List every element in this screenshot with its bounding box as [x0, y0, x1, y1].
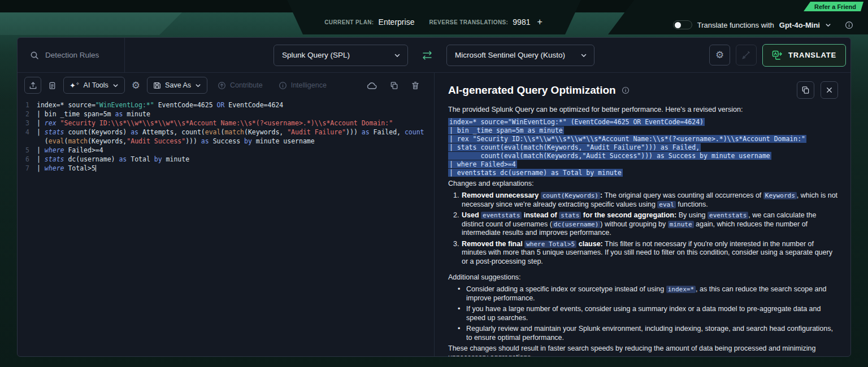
ai-tools-button[interactable]: ✦✧ AI Tools — [63, 77, 125, 94]
optimized-code-line: index=* source="WinEventLog:*" (EventCod… — [448, 118, 838, 126]
language-selectors: Splunk Query (SPL) Microsoft Sentinel Qu… — [274, 45, 594, 66]
main-panel: Detection Rules Splunk Query (SPL) Micro… — [17, 37, 851, 357]
magic-wand-icon — [741, 50, 751, 60]
code-line: 3| rex "Security ID:\\s*\\w*\\s*\\w*\\s*… — [18, 119, 434, 128]
optimized-code-line: | bin _time span=5m as minute — [448, 126, 838, 135]
line-number: 4 — [18, 128, 37, 137]
code-line: 5| where Failed>=4 — [18, 146, 434, 155]
code-line: (eval(match(Keywords,"Audit Success"))) … — [18, 137, 434, 146]
toolbar-actions: ⚙ TRANSLATE — [709, 44, 846, 67]
copy-result-button[interactable] — [797, 81, 814, 99]
target-language-value: Microsoft Sentinel Query (Kusto) — [455, 51, 565, 59]
ai-panel-header: AI-generated Query Optimization — [448, 81, 838, 99]
optimization-intro: The provided Splunk Query can be optimiz… — [448, 106, 838, 113]
editor-settings-button[interactable]: ⚙ — [129, 81, 142, 90]
code-line: 1index=* source="WinEventLog:*" EventCod… — [18, 101, 434, 110]
gear-icon: ⚙ — [132, 81, 140, 90]
settings-button[interactable]: ⚙ — [709, 45, 730, 65]
line-number: 2 — [18, 110, 37, 119]
line-number — [18, 137, 37, 146]
chevron-down-icon[interactable] — [825, 22, 831, 28]
code-line: 2| bin _time span=5m as minute — [18, 110, 434, 119]
line-number: 3 — [18, 119, 37, 128]
line-number: 7 — [18, 164, 37, 173]
cloud-download-button[interactable] — [364, 81, 379, 90]
plan-info-row: CURRENT PLAN: Enterprise REVERSE TRANSLA… — [324, 18, 544, 27]
contribute-label: Contribute — [230, 81, 263, 89]
suggestion-item: •Consider adding a specific index or sou… — [455, 285, 838, 303]
ai-tools-label: AI Tools — [84, 81, 108, 89]
cloud-icon — [367, 81, 377, 90]
changes-list: 1.Removed unnecessary count(Keywords): T… — [450, 191, 838, 266]
line-number: 6 — [18, 155, 37, 164]
code-line: 6| stats dc(username) as Total by minute — [18, 155, 434, 164]
swap-languages-icon[interactable] — [420, 50, 434, 61]
intelligence-button[interactable]: Intelligence — [273, 77, 332, 94]
intelligence-label: Intelligence — [291, 81, 327, 89]
optimized-query-block[interactable]: index=* source="WinEventLog:*" (EventCod… — [448, 118, 838, 177]
upload-button[interactable] — [24, 77, 41, 94]
suggestions-list: •Consider adding a specific index or sou… — [455, 285, 838, 342]
text-cursor — [96, 165, 97, 172]
query-editor[interactable]: 1index=* source="WinEventLog:*" EventCod… — [18, 98, 434, 356]
magic-wand-button[interactable] — [736, 45, 757, 65]
editor-actions — [364, 81, 427, 90]
current-plan-label: CURRENT PLAN: — [324, 19, 374, 25]
save-as-button[interactable]: Save As — [147, 77, 207, 94]
target-language-select[interactable]: Microsoft Sentinel Query (Kusto) — [446, 45, 594, 66]
model-name[interactable]: Gpt-4o-Mini — [779, 21, 820, 29]
search-icon — [30, 51, 39, 60]
contribute-icon — [218, 81, 226, 90]
toggle-knob — [675, 22, 681, 28]
code-line: 4| stats count(Keywords) as Attempts, co… — [18, 128, 434, 137]
model-info-icon[interactable] — [845, 21, 853, 29]
trash-icon — [411, 81, 419, 90]
suggestion-item: •If you have a large number of events, c… — [455, 305, 838, 322]
additional-suggestions-label: Additional suggestions: — [448, 273, 838, 281]
changes-label: Changes and explanations: — [448, 180, 838, 187]
translate-functions-toggle[interactable] — [673, 20, 692, 29]
suggestion-item: •Regularly review and maintain your Splu… — [455, 325, 838, 342]
translate-icon — [772, 50, 783, 60]
gear-icon: ⚙ — [715, 50, 724, 60]
source-language-value: Splunk Query (SPL) — [282, 51, 350, 59]
add-translations-button[interactable]: + — [536, 18, 543, 27]
ai-panel-actions — [797, 81, 838, 99]
close-panel-button[interactable] — [821, 81, 838, 99]
contribute-button[interactable]: Contribute — [212, 77, 268, 94]
close-icon — [826, 86, 833, 94]
chevron-down-icon — [394, 52, 401, 59]
optimized-code-line: | stats count(eval(match(Keywords, "Audi… — [448, 143, 838, 152]
model-selector-row: Translate functions with Gpt-4o-Mini — [673, 20, 853, 29]
line-number: 5 — [18, 146, 37, 155]
intelligence-icon — [279, 81, 287, 90]
chevron-down-icon — [112, 82, 119, 89]
optimized-code-line: | rex "Security ID:\\s*\\w*\\s*\\w*\\s*A… — [448, 135, 838, 143]
refer-a-friend-badge[interactable]: Refer a Friend — [804, 2, 863, 11]
source-language-select[interactable]: Splunk Query (SPL) — [274, 45, 408, 66]
copy-icon — [801, 86, 810, 94]
ai-optimization-panel: AI-generated Query Optimization — [435, 73, 850, 356]
ai-panel-title: AI-generated Query Optimization — [448, 84, 616, 97]
translation-toolbar: Detection Rules Splunk Query (SPL) Micro… — [18, 38, 850, 73]
paste-button[interactable] — [46, 81, 59, 90]
chevron-down-icon — [195, 82, 201, 89]
optimized-code-line: | eventstats dc(username) as Total by mi… — [448, 169, 838, 177]
detection-rules-label: Detection Rules — [45, 51, 99, 59]
clipboard-icon — [48, 81, 57, 90]
line-number: 1 — [18, 101, 37, 110]
translate-button[interactable]: TRANSLATE — [762, 44, 846, 67]
save-icon — [153, 81, 161, 89]
copy-query-button[interactable] — [388, 81, 401, 90]
translate-button-label: TRANSLATE — [788, 51, 836, 59]
detection-rules-search[interactable]: Detection Rules — [18, 38, 125, 72]
reverse-translations-count: 9981 — [513, 18, 530, 27]
translate-functions-label: Translate functions with — [697, 21, 774, 29]
current-plan-value: Enterprise — [379, 18, 415, 27]
title-info-icon[interactable] — [622, 86, 630, 94]
sparkles-icon: ✦✧ — [70, 82, 80, 89]
clear-query-button[interactable] — [409, 81, 422, 90]
chevron-down-icon — [580, 52, 587, 59]
code-line: 7| where Total>5 — [18, 164, 434, 173]
header-left-decoration — [0, 12, 182, 35]
